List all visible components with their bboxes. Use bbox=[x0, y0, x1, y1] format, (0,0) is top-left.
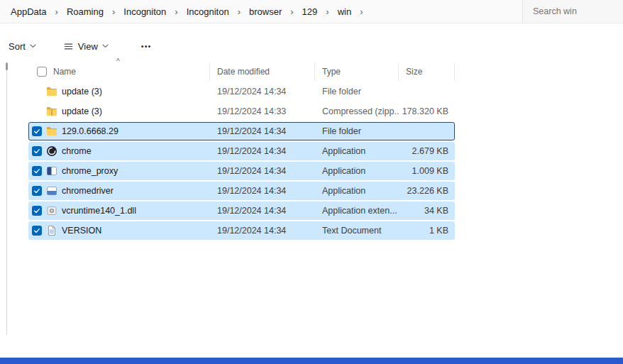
file-size: 1.009 KB bbox=[399, 166, 456, 176]
file-name: update (3) bbox=[62, 106, 102, 116]
column-headers: ^ Name Date modified Type Size bbox=[28, 62, 455, 81]
file-type: Compressed (zipp... bbox=[315, 106, 399, 116]
view-button[interactable]: View bbox=[56, 36, 116, 57]
file-name: VERSION bbox=[62, 226, 101, 236]
file-type: Application bbox=[315, 186, 399, 196]
date-modified: 19/12/2024 14:34 bbox=[210, 87, 315, 96]
table-row[interactable]: vcruntime140_1.dll 19/12/2024 14:34 Appl… bbox=[28, 202, 455, 220]
date-modified: 19/12/2024 14:34 bbox=[210, 186, 315, 196]
chevron-down-icon bbox=[30, 44, 36, 48]
pane-splitter[interactable] bbox=[6, 62, 7, 335]
command-toolbar: Sort View ••• bbox=[0, 33, 158, 59]
file-name: chrome bbox=[62, 146, 92, 156]
file-name-cell: vcruntime140_1.dll bbox=[29, 205, 210, 216]
table-row[interactable]: chrome_proxy 19/12/2024 14:34 Applicatio… bbox=[28, 162, 455, 180]
chevron-right-icon: › bbox=[321, 6, 333, 17]
search-input[interactable] bbox=[531, 6, 615, 17]
row-checkbox[interactable] bbox=[32, 126, 42, 136]
sort-button[interactable]: Sort bbox=[1, 36, 43, 57]
sort-button-label: Sort bbox=[9, 41, 26, 52]
date-modified: 19/12/2024 14:34 bbox=[210, 226, 315, 236]
column-header-name-label: Name bbox=[53, 67, 76, 77]
file-name-cell: update (3) bbox=[29, 106, 210, 117]
app-icon bbox=[46, 185, 57, 197]
date-modified: 19/12/2024 14:34 bbox=[210, 206, 315, 216]
file-type: File folder bbox=[315, 87, 399, 96]
chevron-down-icon bbox=[102, 44, 109, 48]
search-box[interactable] bbox=[522, 0, 623, 23]
file-size: 34 KB bbox=[399, 206, 456, 216]
file-name-cell: chrome bbox=[29, 145, 210, 157]
column-header-date-modified[interactable]: Date modified bbox=[209, 62, 314, 81]
file-type: Application bbox=[315, 146, 399, 156]
scrollbar-thumb[interactable] bbox=[6, 62, 8, 70]
breadcrumb-item-incogniton[interactable]: Incogniton bbox=[120, 4, 170, 19]
file-type: Application exten... bbox=[315, 206, 399, 216]
chrome-app-icon bbox=[46, 145, 57, 157]
taskbar-strip bbox=[0, 358, 623, 364]
file-name: chrome_proxy bbox=[62, 166, 118, 176]
file-name-cell: chrome_proxy bbox=[29, 165, 210, 177]
file-name-cell: VERSION bbox=[29, 225, 210, 236]
column-header-type-label: Type bbox=[322, 67, 341, 77]
table-row[interactable]: 129.0.6668.29 19/12/2024 14:34 File fold… bbox=[28, 122, 455, 140]
file-type: Application bbox=[315, 166, 399, 176]
row-checkbox[interactable] bbox=[32, 166, 42, 176]
file-size: 2.679 KB bbox=[399, 146, 456, 156]
column-header-size[interactable]: Size bbox=[398, 62, 455, 81]
file-name: vcruntime140_1.dll bbox=[62, 206, 136, 216]
breadcrumb-item-roaming[interactable]: Roaming bbox=[63, 4, 107, 19]
sort-ascending-icon: ^ bbox=[116, 57, 120, 65]
chevron-right-icon: › bbox=[170, 6, 182, 17]
date-modified: 19/12/2024 14:34 bbox=[210, 126, 315, 136]
breadcrumb-item-browser[interactable]: browser bbox=[246, 4, 285, 19]
file-type: File folder bbox=[315, 126, 399, 136]
view-button-label: View bbox=[78, 41, 98, 52]
chevron-right-icon: › bbox=[50, 6, 63, 17]
breadcrumb-item-appdata[interactable]: AppData bbox=[7, 4, 50, 19]
file-name-cell: 129.0.6668.29 bbox=[29, 126, 210, 137]
file-name-cell: chromedriver bbox=[29, 185, 210, 197]
file-name: 129.0.6668.29 bbox=[62, 126, 118, 136]
more-options-button[interactable]: ••• bbox=[134, 38, 159, 55]
chevron-right-icon: › bbox=[107, 6, 120, 17]
zip-folder-icon bbox=[46, 106, 57, 117]
app-icon bbox=[46, 165, 57, 177]
date-modified: 19/12/2024 14:34 bbox=[210, 146, 315, 156]
table-row[interactable]: VERSION 19/12/2024 14:34 Text Document 1… bbox=[28, 221, 455, 240]
column-header-type[interactable]: Type bbox=[314, 62, 398, 81]
table-row[interactable]: update (3) 19/12/2024 14:33 Compressed (… bbox=[28, 102, 455, 121]
row-checkbox[interactable] bbox=[32, 206, 42, 216]
file-name: update (3) bbox=[62, 87, 102, 96]
file-size: 1 KB bbox=[399, 226, 456, 236]
date-modified: 19/12/2024 14:33 bbox=[210, 106, 315, 116]
file-name-cell: update (3) bbox=[29, 86, 210, 97]
file-name: chromedriver bbox=[62, 186, 114, 196]
row-checkbox[interactable] bbox=[32, 146, 42, 156]
chevron-right-icon: › bbox=[285, 6, 298, 17]
breadcrumb-item-win[interactable]: win bbox=[334, 4, 355, 19]
file-size: 23.226 KB bbox=[399, 186, 456, 196]
table-row[interactable]: update (3) 19/12/2024 14:34 File folder bbox=[28, 82, 455, 101]
file-size: 178.320 KB bbox=[399, 106, 456, 116]
column-header-size-label: Size bbox=[406, 67, 422, 77]
text-document-icon bbox=[46, 225, 57, 236]
table-row[interactable]: chrome 19/12/2024 14:34 Application 2.67… bbox=[28, 142, 455, 160]
select-all-checkbox[interactable] bbox=[37, 67, 47, 77]
breadcrumb-item-129[interactable]: 129 bbox=[299, 4, 321, 19]
folder-icon bbox=[46, 126, 57, 137]
address-bar: AppData › Roaming › Incogniton › Incogni… bbox=[0, 0, 623, 23]
column-header-date-label: Date modified bbox=[217, 67, 270, 77]
chevron-right-icon: › bbox=[355, 6, 368, 17]
file-list: ^ Name Date modified Type Size update (3… bbox=[28, 62, 455, 240]
folder-icon bbox=[46, 86, 57, 97]
breadcrumb[interactable]: AppData › Roaming › Incogniton › Incogni… bbox=[0, 0, 522, 23]
view-list-icon bbox=[63, 41, 74, 52]
date-modified: 19/12/2024 14:34 bbox=[210, 166, 315, 176]
row-checkbox[interactable] bbox=[32, 226, 42, 236]
breadcrumb-item-incogniton-2[interactable]: Incogniton bbox=[183, 4, 233, 19]
table-row[interactable]: chromedriver 19/12/2024 14:34 Applicatio… bbox=[28, 182, 455, 200]
row-checkbox[interactable] bbox=[32, 186, 42, 196]
dll-icon bbox=[46, 205, 57, 216]
chevron-right-icon: › bbox=[233, 6, 246, 17]
